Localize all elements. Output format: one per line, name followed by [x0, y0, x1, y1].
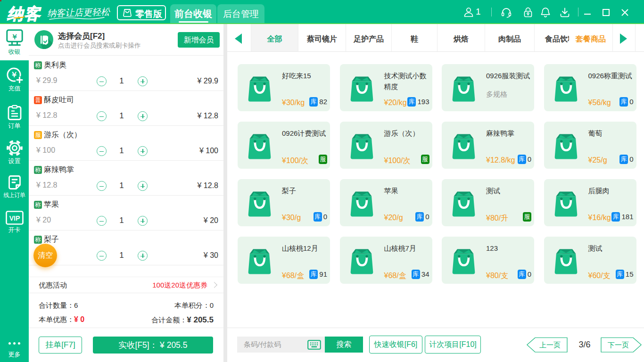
svg-text:VIP: VIP — [9, 214, 20, 222]
svg-text:￥: ￥ — [11, 33, 18, 41]
svg-text:￥: ￥ — [10, 71, 18, 79]
